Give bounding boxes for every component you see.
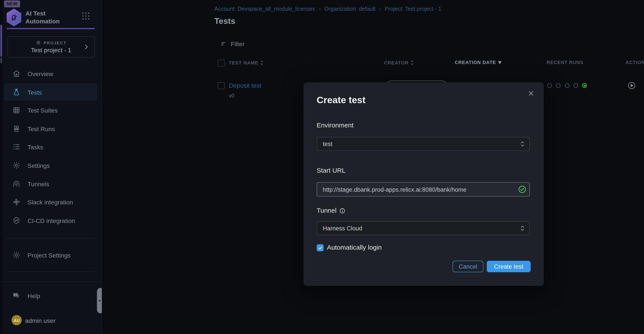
test-runs-icon (12, 125, 20, 133)
run-status-dot-passed[interactable] (582, 83, 587, 88)
tunnel-value: Harness Cloud (323, 225, 362, 232)
test-version: v0 (229, 92, 234, 99)
column-label: CREATOR (384, 60, 409, 65)
column-label: CREATION DATE (455, 60, 496, 65)
tunnel-label: Tunnel (317, 207, 346, 214)
breadcrumb-project[interactable]: Project: Test project - 1 (385, 6, 441, 12)
modal-create-test-button[interactable]: Create test (486, 261, 530, 272)
cancel-button[interactable]: Cancel (452, 261, 483, 272)
rail-indicator-gray (0, 58, 2, 63)
tunnel-select[interactable]: Harness Cloud (317, 221, 530, 235)
filter-label: Filter (231, 40, 244, 47)
sidebar-item-project-settings[interactable]: Project Settings (4, 246, 97, 264)
list-icon (12, 143, 20, 151)
new-badge: NEW (4, 1, 20, 8)
select-chevrons-icon (520, 140, 525, 148)
sidebar-item-label: Test Suites (28, 107, 58, 114)
tunnel-icon (12, 180, 20, 188)
run-status-dot[interactable] (547, 83, 552, 88)
gear-icon (12, 161, 20, 170)
sidebar-item-label: Tunnels (28, 180, 49, 187)
sidebar-item-cicd-integration[interactable]: CI-CD integration (4, 211, 97, 230)
run-test-icon[interactable] (627, 81, 636, 90)
product-title-line1: AI Test (26, 10, 60, 17)
breadcrumb-organization[interactable]: Organization: default (324, 6, 376, 12)
sidebar-item-slack-integration[interactable]: Slack integration (4, 193, 97, 211)
info-icon[interactable] (340, 208, 346, 214)
breadcrumb: Account: Devspace_all_module_licenses › … (214, 6, 441, 12)
chevron-left-icon (98, 299, 101, 302)
home-icon (12, 70, 20, 78)
user-avatar[interactable]: AU (12, 315, 22, 325)
filter-icon (220, 41, 227, 47)
sidebar-item-tasks[interactable]: Tasks (4, 138, 97, 156)
svg-text:?: ? (15, 293, 16, 296)
sidebar-item-test-suites[interactable]: Test Suites (4, 101, 97, 119)
sidebar-divider (6, 271, 95, 272)
gear-icon (12, 251, 20, 259)
environment-select[interactable]: test (317, 137, 530, 151)
url-valid-check-icon (518, 185, 526, 194)
auto-login-label[interactable]: Automatically login (327, 244, 382, 251)
product-logo-icon (6, 9, 22, 27)
cube-icon (36, 40, 41, 46)
breadcrumb-separator: › (379, 6, 381, 12)
help-chat-icon: ? (12, 292, 20, 300)
auto-login-checkbox[interactable] (317, 244, 324, 251)
project-kicker-label: PROJECT (44, 41, 66, 45)
cicd-link-icon (12, 216, 20, 225)
test-name-link[interactable]: Deposit test (229, 82, 261, 89)
sidebar-item-settings[interactable]: Settings (4, 156, 97, 175)
column-header-test-name[interactable]: TEST NAME (229, 60, 264, 65)
sidebar-item-label: Slack integration (28, 199, 73, 206)
sidebar-item-tunnels[interactable]: Tunnels (4, 175, 97, 193)
sidebar-collapse-handle[interactable] (97, 288, 102, 313)
column-header-creation-date[interactable]: CREATION DATE (455, 60, 502, 65)
sidebar-item-help[interactable]: ? Help (4, 287, 97, 305)
start-url-input[interactable] (317, 182, 530, 197)
project-name: Test project - 1 (8, 47, 94, 54)
app-window: NEW AI Test Automation (0, 0, 644, 334)
sidebar-footer-divider (0, 281, 102, 282)
product-title: AI Test Automation (26, 10, 60, 25)
grid-icon (12, 106, 20, 114)
sidebar-item-label: Project Settings (28, 251, 71, 258)
breadcrumb-separator: › (319, 6, 321, 12)
column-label: ACTIONS (626, 60, 644, 65)
column-label: RECENT RUNS (547, 60, 584, 65)
sidebar-divider (6, 238, 95, 239)
run-status-dot[interactable] (573, 83, 578, 88)
sidebar-item-test-runs[interactable]: Test Runs (4, 120, 97, 138)
sort-arrows-icon (260, 60, 264, 65)
module-rail (0, 0, 2, 334)
run-status-dot[interactable] (565, 83, 570, 88)
sidebar-item-label: Tests (28, 89, 42, 96)
sidebar-item-overview[interactable]: Overview (4, 65, 97, 83)
close-icon[interactable] (528, 90, 535, 97)
flask-icon (12, 88, 20, 96)
column-header-creator[interactable]: CREATOR (384, 60, 414, 65)
tunnel-label-text: Tunnel (317, 207, 337, 214)
user-name[interactable]: admin user (25, 317, 56, 324)
create-test-modal: Create test Environment test Start URL T… (304, 82, 544, 286)
project-selector[interactable]: PROJECT Test project - 1 (8, 36, 95, 58)
column-label: TEST NAME (229, 60, 258, 65)
filter-button[interactable]: Filter (220, 40, 244, 47)
column-header-actions[interactable]: ACTIONS (626, 60, 644, 65)
page-title: Tests (214, 16, 235, 26)
sidebar-item-tests[interactable]: Tests (4, 83, 97, 101)
product-title-line2: Automation (26, 17, 60, 25)
column-header-recent-runs[interactable]: RECENT RUNS (547, 60, 584, 65)
run-status-dot[interactable] (556, 83, 561, 88)
row-checkbox[interactable] (218, 82, 225, 89)
select-all-checkbox[interactable] (218, 60, 225, 67)
breadcrumb-account[interactable]: Account: Devspace_all_module_licenses (214, 6, 315, 12)
app-launcher-icon[interactable] (81, 11, 91, 21)
slack-icon (12, 198, 20, 206)
sidebar-item-label: Test Runs (28, 125, 55, 132)
main-content: Account: Devspace_all_module_licenses › … (102, 0, 644, 334)
sidebar-item-label: Help (28, 292, 40, 299)
brand-accent-divider (6, 28, 95, 29)
sidebar-item-label: Overview (28, 70, 53, 77)
environment-label: Environment (317, 122, 354, 129)
